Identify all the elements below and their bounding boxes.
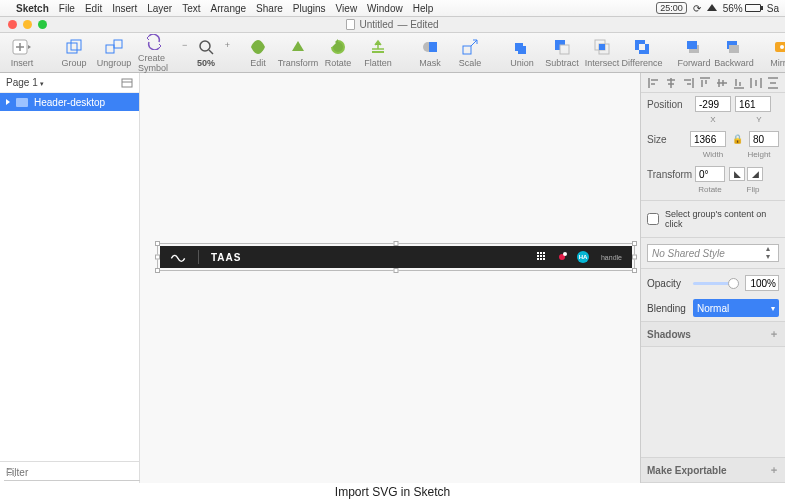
ungroup-button[interactable]: Ungroup: [98, 38, 130, 68]
zoom-control[interactable]: − + 50%: [190, 38, 222, 68]
subtract-button[interactable]: Subtract: [546, 38, 578, 68]
rotate-label: Rotate: [325, 58, 352, 68]
resize-handle[interactable]: [632, 268, 637, 273]
filter-input[interactable]: [4, 465, 147, 481]
align-controls: [641, 73, 785, 93]
menu-share[interactable]: Share: [256, 3, 283, 14]
resize-handle[interactable]: [632, 255, 637, 260]
close-window-button[interactable]: [8, 20, 17, 29]
position-y-input[interactable]: [735, 96, 771, 112]
mask-label: Mask: [419, 58, 441, 68]
exportable-label: Make Exportable: [647, 465, 726, 476]
width-input[interactable]: [690, 131, 726, 147]
menu-insert[interactable]: Insert: [112, 3, 137, 14]
rotate-input[interactable]: [695, 166, 725, 182]
height-sublabel: Height: [741, 150, 777, 159]
scale-label: Scale: [459, 58, 482, 68]
transform-label: Transform: [278, 58, 319, 68]
menubar-app-name[interactable]: Sketch: [16, 3, 49, 14]
insert-button[interactable]: Insert: [6, 38, 38, 68]
rotate-button[interactable]: Rotate: [322, 38, 354, 68]
create-symbol-label: Create Symbol: [138, 53, 170, 73]
mirror-button[interactable]: Mirror: [766, 38, 785, 68]
menu-help[interactable]: Help: [413, 3, 434, 14]
group-label: Group: [61, 58, 86, 68]
resize-handle[interactable]: [632, 241, 637, 246]
distribute-h-icon[interactable]: [750, 77, 762, 89]
edit-button[interactable]: Edit: [242, 38, 274, 68]
difference-label: Difference: [622, 58, 663, 68]
subtract-label: Subtract: [545, 58, 579, 68]
shared-style-value: No Shared Style: [652, 248, 725, 259]
make-exportable-section[interactable]: Make Exportable ＋: [641, 457, 785, 483]
align-hcenter-icon[interactable]: [665, 77, 677, 89]
intersect-button[interactable]: Intersect: [586, 38, 618, 68]
lock-aspect-icon[interactable]: 🔒: [732, 134, 743, 144]
sync-icon[interactable]: ⟳: [693, 3, 701, 14]
battery-indicator[interactable]: 56%: [723, 3, 761, 14]
svg-point-24: [7, 469, 13, 475]
align-left-icon[interactable]: [648, 77, 660, 89]
select-group-checkbox[interactable]: [647, 213, 659, 225]
resize-handle[interactable]: [155, 268, 160, 273]
mask-button[interactable]: Mask: [414, 38, 446, 68]
blending-select[interactable]: Normal ▾: [693, 299, 779, 317]
selected-artboard[interactable]: TAAS HA handle: [160, 246, 632, 268]
wifi-icon[interactable]: [707, 4, 717, 11]
menu-plugins[interactable]: Plugins: [293, 3, 326, 14]
zoom-window-button[interactable]: [38, 20, 47, 29]
menu-edit[interactable]: Edit: [85, 3, 102, 14]
align-bottom-icon[interactable]: [733, 77, 745, 89]
distribute-v-icon[interactable]: [767, 77, 779, 89]
height-input[interactable]: [749, 131, 779, 147]
layer-header-desktop[interactable]: Header-desktop: [0, 93, 139, 111]
page-selector[interactable]: Page 1 ▾: [6, 77, 44, 88]
menu-arrange[interactable]: Arrange: [211, 3, 247, 14]
backward-label: Backward: [714, 58, 754, 68]
macos-menubar: Sketch File Edit Insert Layer Text Arran…: [0, 0, 785, 17]
folder-icon: [16, 98, 28, 107]
position-x-input[interactable]: [695, 96, 731, 112]
ungroup-label: Ungroup: [97, 58, 132, 68]
scale-button[interactable]: Scale: [454, 38, 486, 68]
x-sublabel: X: [695, 115, 731, 124]
menu-file[interactable]: File: [59, 3, 75, 14]
align-top-icon[interactable]: [699, 77, 711, 89]
add-shadow-icon[interactable]: ＋: [769, 327, 779, 341]
menu-layer[interactable]: Layer: [147, 3, 172, 14]
backward-button[interactable]: Backward: [718, 38, 750, 68]
chevron-down-icon: ▾: [771, 304, 775, 313]
shadows-section[interactable]: Shadows ＋: [641, 321, 785, 347]
align-right-icon[interactable]: [682, 77, 694, 89]
union-button[interactable]: Union: [506, 38, 538, 68]
flip-vertical-icon[interactable]: ◢: [747, 167, 763, 181]
menu-text[interactable]: Text: [182, 3, 200, 14]
menu-window[interactable]: Window: [367, 3, 403, 14]
menubar-user[interactable]: Sa: [767, 3, 779, 14]
header-title: TAAS: [211, 252, 241, 263]
align-vcenter-icon[interactable]: [716, 77, 728, 89]
logo-icon: [170, 252, 186, 262]
add-export-icon[interactable]: ＋: [769, 463, 779, 477]
page-list-toggle-icon[interactable]: [121, 78, 133, 88]
resize-handle[interactable]: [394, 268, 399, 273]
menu-view[interactable]: View: [336, 3, 358, 14]
flatten-button[interactable]: Flatten: [362, 38, 394, 68]
flip-horizontal-icon[interactable]: ◣: [729, 167, 745, 181]
opacity-slider[interactable]: [693, 282, 739, 285]
group-button[interactable]: Group: [58, 38, 90, 68]
intersect-label: Intersect: [585, 58, 620, 68]
shared-style-select[interactable]: No Shared Style ▴▾: [647, 244, 779, 262]
svg-point-19: [780, 45, 784, 49]
minimize-window-button[interactable]: [23, 20, 32, 29]
disclosure-triangle-icon[interactable]: [6, 99, 10, 105]
create-symbol-button[interactable]: Create Symbol: [138, 33, 170, 73]
transform-button[interactable]: Transform: [282, 38, 314, 68]
transform-label: Transform: [647, 169, 691, 180]
opacity-input[interactable]: [745, 275, 779, 291]
zoom-value: 50%: [197, 58, 215, 68]
forward-button[interactable]: Forward: [678, 38, 710, 68]
select-group-label: Select group's content on click: [665, 209, 779, 229]
canvas[interactable]: TAAS HA handle: [140, 73, 640, 483]
difference-button[interactable]: Difference: [626, 38, 658, 68]
